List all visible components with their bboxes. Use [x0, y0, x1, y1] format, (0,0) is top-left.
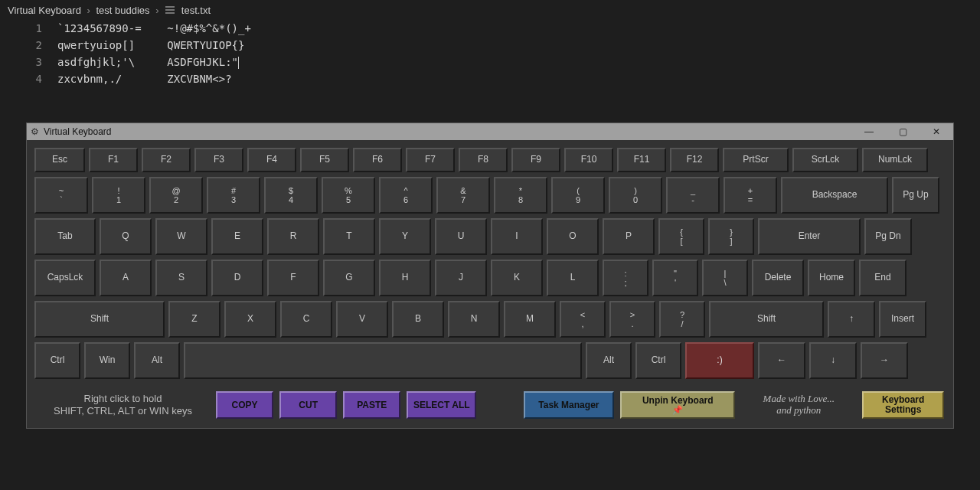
key-n[interactable]: N — [448, 301, 500, 338]
key-6[interactable]: ^6 — [379, 177, 433, 214]
key-home[interactable]: Home — [808, 260, 855, 296]
key-bracket-close[interactable]: }] — [708, 218, 754, 255]
key-smiley[interactable]: :) — [685, 342, 754, 379]
key-bracket-open[interactable]: {[ — [658, 218, 704, 255]
key-`[interactable]: ~` — [34, 177, 88, 214]
key-f9[interactable]: F9 — [511, 148, 560, 172]
minimize-button[interactable]: — — [852, 126, 886, 137]
key-shift-left[interactable]: Shift — [34, 301, 165, 338]
code-line[interactable]: 1`1234567890-= ~!@#$%^&*()_+ — [0, 20, 980, 37]
key-alt-right[interactable]: Alt — [586, 342, 632, 379]
key-f1[interactable]: F1 — [89, 148, 138, 172]
key-ctrl-right[interactable]: Ctrl — [635, 342, 681, 379]
key-f12[interactable]: F12 — [670, 148, 719, 172]
select-all-button[interactable]: SELECT ALL — [407, 391, 476, 419]
key-d[interactable]: D — [211, 260, 263, 296]
key-8[interactable]: *8 — [494, 177, 547, 214]
key-l[interactable]: L — [547, 260, 599, 296]
key-quote[interactable]: "' — [652, 260, 698, 296]
key-v[interactable]: V — [336, 301, 388, 338]
key-numlck[interactable]: NumLck — [862, 148, 928, 172]
key-5[interactable]: %5 — [322, 177, 375, 214]
key-arrow-down[interactable]: ↓ — [809, 342, 857, 379]
key-f2[interactable]: F2 — [142, 148, 191, 172]
key-x[interactable]: X — [224, 301, 276, 338]
copy-button[interactable]: COPY — [216, 391, 273, 419]
key-scrlck[interactable]: ScrLck — [792, 148, 858, 172]
breadcrumb-root[interactable]: Virtual Keyboard — [8, 5, 81, 16]
key-p[interactable]: P — [603, 218, 655, 255]
key-backspace[interactable]: Backspace — [781, 177, 888, 214]
key-insert[interactable]: Insert — [879, 301, 926, 338]
key-3[interactable]: #3 — [207, 177, 260, 214]
key-4[interactable]: $4 — [264, 177, 318, 214]
key-period[interactable]: >. — [609, 301, 655, 338]
maximize-button[interactable]: ▢ — [886, 126, 920, 137]
key-z[interactable]: Z — [168, 301, 220, 338]
key-s[interactable]: S — [155, 260, 207, 296]
key-m[interactable]: M — [504, 301, 556, 338]
code-text[interactable]: asdfghjkl;'\ ASDFGHJKL:" — [57, 54, 239, 70]
key-delete[interactable]: Delete — [752, 260, 804, 296]
key-esc[interactable]: Esc — [34, 148, 85, 172]
key-arrow-right[interactable]: → — [861, 342, 908, 379]
key-f10[interactable]: F10 — [564, 148, 613, 172]
key-alt-left[interactable]: Alt — [134, 342, 180, 379]
key-f5[interactable]: F5 — [300, 148, 349, 172]
code-text[interactable]: zxcvbnm,./ ZXCVBNM<>? — [57, 70, 232, 87]
key-u[interactable]: U — [435, 218, 487, 255]
task-manager-button[interactable]: Task Manager — [524, 391, 615, 419]
key-semicolon[interactable]: :; — [603, 260, 648, 296]
key-y[interactable]: Y — [379, 218, 431, 255]
breadcrumb-file[interactable]: test.txt — [181, 5, 211, 16]
key-o[interactable]: O — [547, 218, 599, 255]
code-line[interactable]: 3asdfghjkl;'\ ASDFGHJKL:" — [0, 54, 980, 70]
code-text[interactable]: `1234567890-= ~!@#$%^&*()_+ — [57, 20, 251, 37]
unpin-keyboard-button[interactable]: Unpin Keyboard 📌 — [620, 391, 735, 419]
key-k[interactable]: K — [491, 260, 543, 296]
code-line[interactable]: 4zxcvbnm,./ ZXCVBNM<>? — [0, 70, 980, 87]
paste-button[interactable]: PASTE — [343, 391, 400, 419]
key-space[interactable] — [184, 342, 582, 379]
code-line[interactable]: 2qwertyuiop[] QWERTYUIOP{} — [0, 37, 980, 54]
key-f7[interactable]: F7 — [406, 148, 455, 172]
key-h[interactable]: H — [379, 260, 431, 296]
key-2[interactable]: @2 — [149, 177, 203, 214]
close-button[interactable]: ✕ — [920, 126, 953, 137]
key-f6[interactable]: F6 — [353, 148, 402, 172]
key-slash[interactable]: ?/ — [659, 301, 705, 338]
key-arrow-up[interactable]: ↑ — [828, 301, 875, 338]
key-0[interactable]: )0 — [609, 177, 662, 214]
key-9[interactable]: (9 — [551, 177, 605, 214]
key-1[interactable]: !1 — [92, 177, 145, 214]
key-prtscr[interactable]: PrtScr — [723, 148, 789, 172]
key-e[interactable]: E — [211, 218, 263, 255]
code-text[interactable]: qwertyuiop[] QWERTYUIOP{} — [57, 37, 244, 54]
key-enter[interactable]: Enter — [758, 218, 861, 255]
key--[interactable]: _- — [666, 177, 720, 214]
key-q[interactable]: Q — [100, 218, 152, 255]
key-tab[interactable]: Tab — [34, 218, 96, 255]
key-w[interactable]: W — [155, 218, 207, 255]
key-backslash[interactable]: |\ — [702, 260, 748, 296]
key-capslock[interactable]: CapsLck — [34, 260, 96, 296]
key-f11[interactable]: F11 — [617, 148, 666, 172]
key-c[interactable]: C — [280, 301, 332, 338]
key-ctrl-left[interactable]: Ctrl — [34, 342, 80, 379]
key-a[interactable]: A — [100, 260, 152, 296]
key-win[interactable]: Win — [84, 342, 130, 379]
key-f8[interactable]: F8 — [459, 148, 508, 172]
key-b[interactable]: B — [392, 301, 444, 338]
key-t[interactable]: T — [323, 218, 375, 255]
key-arrow-left[interactable]: ← — [758, 342, 805, 379]
key-j[interactable]: J — [435, 260, 487, 296]
titlebar[interactable]: ⚙ Virtual Keyboard — ▢ ✕ — [27, 123, 953, 140]
key-pgdn[interactable]: Pg Dn — [864, 218, 912, 255]
key-g[interactable]: G — [323, 260, 375, 296]
key-end[interactable]: End — [859, 260, 906, 296]
key-f3[interactable]: F3 — [194, 148, 243, 172]
breadcrumb-folder[interactable]: test buddies — [96, 5, 149, 16]
key-pgup[interactable]: Pg Up — [892, 177, 939, 214]
key-comma[interactable]: <, — [560, 301, 606, 338]
key-i[interactable]: I — [491, 218, 543, 255]
